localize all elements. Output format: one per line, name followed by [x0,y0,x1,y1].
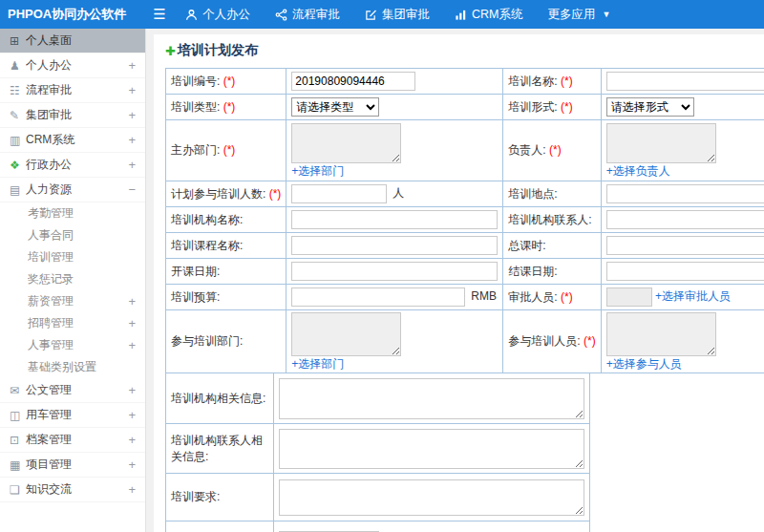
expand-toggle-icon[interactable]: + [124,133,136,147]
training-type-select[interactable]: 请选择类型 [291,97,379,117]
field-cell: 请选择形式 [601,95,764,120]
form-row: 审批人员: (*) +选择审批人员 [503,285,764,310]
sidebar-item-vehicle[interactable]: ◫用车管理+ [0,403,145,428]
sidebar-item-salary[interactable]: 薪资管理+ [0,290,145,312]
sidebar-item-label: CRM系统 [26,132,124,148]
training-name-input[interactable] [606,72,764,91]
org-contact-info-textarea[interactable] [279,429,584,469]
sidebar-item-hr-contract[interactable]: 人事合同 [0,224,145,246]
approver-input[interactable] [606,287,652,307]
add-icon: ✚ [165,44,176,58]
sidebar-item-personal-office[interactable]: ♟个人办公+ [0,53,145,78]
training-requirements-textarea[interactable] [279,479,584,516]
sidebar-item-label: 集团审批 [26,107,124,123]
expand-toggle-icon[interactable]: + [124,482,136,497]
start-date-input[interactable] [291,262,498,281]
form-row: 培训类型: (*)请选择类型 [166,95,503,120]
required-mark: (*) [549,143,562,157]
sidebar-item-label: 培训管理 [28,249,136,266]
field-label: 计划参与培训人数: (*) [166,181,286,207]
top-nav: 个人办公流程审批集团审批CRM系统更多应用▼ [173,0,623,29]
course-name-input[interactable] [291,236,498,255]
sidebar-item-recruit[interactable]: 招聘管理+ [0,312,145,334]
sidebar-item-personnel[interactable]: 人事管理+ [0,334,145,356]
sidebar-item-personal-desktop[interactable]: ⊞个人桌面 [0,29,145,53]
sidebar-item-crm[interactable]: ▥CRM系统+ [0,128,145,153]
admin-icon: ❖ [10,159,26,172]
expand-toggle-icon[interactable]: + [124,158,136,172]
doc-icon: ✉ [10,384,26,397]
leader-textarea[interactable] [606,123,716,163]
sidebar-item-training[interactable]: 培训管理 [0,246,145,268]
form-table-right: 培训名称: (*)培训形式: (*)请选择形式负责人: (*)+选择负责人培训地… [502,68,764,373]
sidebar-item-label: 档案管理 [26,432,124,448]
sidebar-item-attendance[interactable]: 考勤管理 [0,202,145,224]
field-cell [274,474,590,521]
sidebar-item-label: 薪资管理 [28,293,124,309]
training-form-select[interactable]: 请选择形式 [606,97,694,117]
page-layout: ⊞个人桌面♟个人办公+☷流程审批+✎集团审批+▥CRM系统+❖行政办公+▤人力资… [0,29,764,532]
expand-toggle-icon[interactable]: + [124,58,136,73]
host-department-textarea[interactable] [291,123,401,163]
expand-toggle-icon[interactable]: + [124,433,136,447]
form-row: 主办部门: (*)+选择部门 [166,120,503,181]
sidebar-item-documents[interactable]: ✉公文管理+ [0,378,145,403]
nav-more-apps[interactable]: 更多应用▼ [535,0,623,29]
org-name-input[interactable] [291,210,498,229]
field-label: 负责人: (*) [503,120,601,181]
form-row: 负责人: (*)+选择负责人 [503,120,764,181]
participating-departments-textarea[interactable] [291,312,401,356]
sidebar-item-process-approval[interactable]: ☷流程审批+ [0,78,145,103]
required-mark: (*) [223,100,236,114]
expand-toggle-icon[interactable]: + [124,294,136,309]
field-cell [601,207,764,233]
training-number-input[interactable] [291,72,415,91]
desktop-icon: ⊞ [10,34,26,48]
nav-crm-system[interactable]: CRM系统 [442,0,535,29]
form-row: 总课时: [503,233,764,259]
nav-label: 个人办公 [202,7,250,23]
total-hours-input[interactable] [606,236,764,255]
expand-toggle-icon[interactable]: + [124,408,136,422]
expand-toggle-icon[interactable]: + [124,458,136,472]
end-date-input[interactable] [606,262,764,281]
select-department-link[interactable]: +选择部门 [291,164,344,178]
expand-toggle-icon[interactable]: + [124,108,136,122]
form-row: 培训形式: (*)请选择形式 [503,95,764,120]
hamburger-icon[interactable]: ☰ [146,0,173,29]
select-approver-link[interactable]: +选择审批人员 [655,289,731,303]
expand-toggle-icon[interactable]: + [124,383,136,397]
expand-toggle-icon[interactable]: + [124,316,136,330]
sidebar-item-admin-office[interactable]: ❖行政办公+ [0,153,145,178]
nav-group-approval[interactable]: 集团审批 [352,0,442,29]
sidebar-item-label: 基础类别设置 [28,359,136,375]
caret-down-icon: ▼ [602,10,610,19]
participating-members-textarea[interactable] [606,312,716,356]
flow-icon [275,9,287,21]
nav-personal-office[interactable]: 个人办公 [173,0,263,29]
crm-icon: ▥ [10,134,26,147]
nav-process-approval[interactable]: 流程审批 [263,0,352,29]
select-participants-link[interactable]: +选择参与人员 [606,357,682,371]
sidebar-item-base-category[interactable]: 基础类别设置 [0,356,145,378]
sidebar-item-archive[interactable]: ⊡档案管理+ [0,428,145,453]
field-cell: RMB [286,285,503,310]
select-leader-link[interactable]: +选择负责人 [606,164,670,178]
select-participating-department-link[interactable]: +选择部门 [291,357,344,371]
sidebar-item-rewards[interactable]: 奖惩记录 [0,268,145,290]
project-icon: ▦ [10,458,26,472]
sidebar-item-knowledge[interactable]: ❏知识交流+ [0,478,145,502]
expand-toggle-icon[interactable]: + [124,338,136,352]
sidebar-item-group-approval[interactable]: ✎集团审批+ [0,103,145,128]
expand-toggle-icon[interactable]: − [124,182,136,197]
user-icon [185,9,198,21]
org-contact-input[interactable] [606,210,764,229]
budget-input[interactable] [291,287,465,307]
expand-toggle-icon[interactable]: + [124,83,136,97]
edit-icon [365,9,377,21]
org-info-textarea[interactable] [279,378,584,419]
participant-count-input[interactable] [291,184,387,203]
sidebar-item-project[interactable]: ▦项目管理+ [0,453,145,478]
training-place-input[interactable] [606,184,764,203]
sidebar-item-hr[interactable]: ▤人力资源− [0,178,145,202]
